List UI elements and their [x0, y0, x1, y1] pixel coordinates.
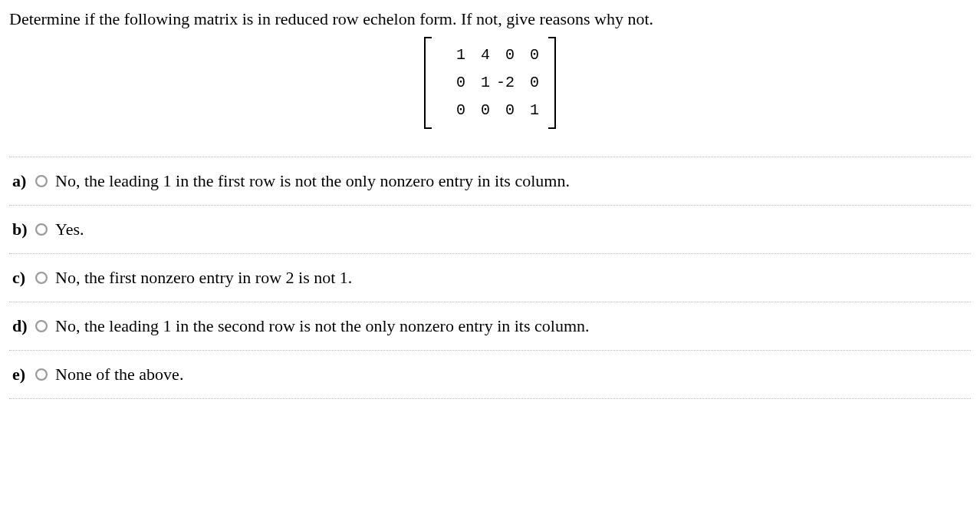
question-prompt: Determine if the following matrix is in … [9, 8, 971, 31]
radio-icon[interactable] [35, 223, 48, 236]
option-text: None of the above. [55, 365, 968, 384]
option-letter: a) [12, 171, 34, 191]
option-b[interactable]: b) Yes. [9, 206, 971, 254]
matrix-cell: 4 [465, 41, 490, 69]
option-a[interactable]: a) No, the leading 1 in the first row is… [9, 157, 971, 206]
option-e[interactable]: e) None of the above. [9, 351, 971, 399]
option-letter: c) [12, 268, 34, 288]
matrix-right-bracket [548, 37, 556, 129]
matrix-cell: 0 [441, 69, 465, 97]
matrix-cell: 1 [441, 41, 465, 69]
matrix: 1 4 0 0 0 1 -2 0 0 0 0 1 [424, 34, 556, 132]
matrix-cell: 1 [465, 69, 490, 97]
radio-icon[interactable] [35, 368, 48, 381]
matrix-left-bracket [424, 37, 432, 129]
matrix-cell: -2 [490, 69, 515, 97]
option-text: No, the leading 1 in the second row is n… [55, 316, 968, 336]
matrix-cell: 0 [465, 97, 490, 124]
matrix-cell: 0 [490, 41, 515, 69]
matrix-body: 1 4 0 0 0 1 -2 0 0 0 0 1 [438, 37, 542, 129]
radio-icon[interactable] [35, 175, 48, 187]
matrix-cell: 0 [441, 97, 465, 124]
options-list: a) No, the leading 1 in the first row is… [9, 157, 971, 399]
radio-icon[interactable] [35, 272, 48, 284]
option-letter: e) [12, 365, 34, 384]
matrix-cell: 1 [515, 97, 539, 124]
matrix-cell: 0 [515, 69, 539, 97]
option-text: Yes. [55, 219, 968, 239]
radio-icon[interactable] [35, 320, 48, 332]
matrix-row: 1 4 0 0 [441, 41, 539, 69]
option-d[interactable]: d) No, the leading 1 in the second row i… [9, 302, 971, 351]
option-letter: b) [12, 219, 34, 239]
matrix-row: 0 0 0 1 [441, 97, 539, 124]
option-text: No, the leading 1 in the first row is no… [55, 171, 968, 191]
matrix-cell: 0 [515, 41, 539, 69]
matrix-cell: 0 [490, 97, 515, 124]
option-text: No, the first nonzero entry in row 2 is … [55, 268, 968, 288]
matrix-row: 0 1 -2 0 [441, 69, 539, 97]
matrix-container: 1 4 0 0 0 1 -2 0 0 0 0 1 [9, 34, 971, 134]
option-letter: d) [12, 316, 34, 336]
option-c[interactable]: c) No, the first nonzero entry in row 2 … [9, 254, 971, 302]
